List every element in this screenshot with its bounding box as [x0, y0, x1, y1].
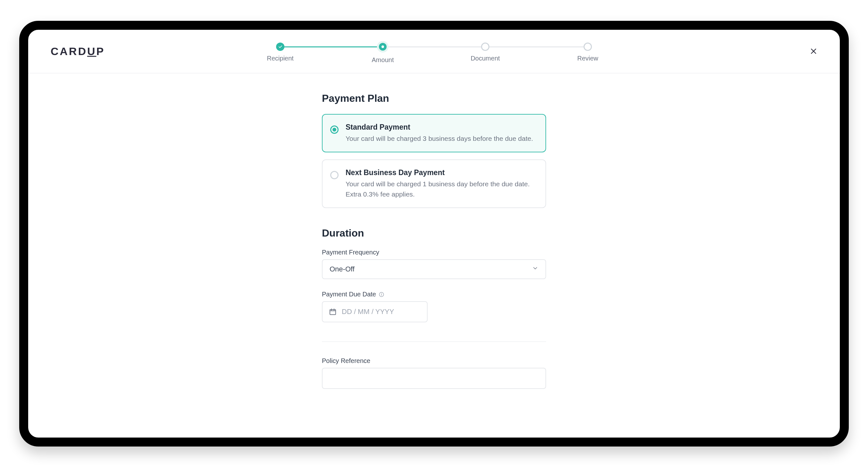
check-icon	[278, 44, 282, 49]
step-document[interactable]: Document	[434, 42, 536, 62]
plan-next-business-day-card[interactable]: Next Business Day Payment Your card will…	[322, 159, 546, 208]
step-connector	[485, 46, 585, 47]
frequency-label: Payment Frequency	[322, 249, 546, 256]
close-button[interactable]	[806, 44, 820, 58]
section-title-payment-plan: Payment Plan	[322, 93, 546, 104]
svg-rect-3	[330, 309, 336, 314]
field-label-text: Payment Due Date	[322, 291, 376, 298]
step-review[interactable]: Review	[536, 42, 639, 62]
plan-standard-card[interactable]: Standard Payment Your card will be charg…	[322, 114, 546, 153]
due-date-placeholder: DD / MM / YYYY	[342, 308, 394, 316]
calendar-icon	[329, 308, 337, 315]
plan-title: Standard Payment	[346, 123, 533, 132]
info-icon[interactable]	[379, 292, 384, 297]
plan-title: Next Business Day Payment	[346, 168, 538, 177]
field-label-text: Payment Frequency	[322, 249, 379, 256]
due-date-input[interactable]: DD / MM / YYYY	[322, 301, 428, 322]
policy-reference-label: Policy Reference	[322, 357, 546, 365]
due-date-label: Payment Due Date	[322, 291, 546, 298]
step-connector	[383, 46, 482, 47]
wizard-stepper: Recipient Amount Document	[229, 39, 639, 64]
frequency-value: One-Off	[330, 265, 354, 273]
field-label-text: Policy Reference	[322, 357, 370, 365]
frequency-select[interactable]: One-Off	[322, 259, 546, 279]
step-label: Review	[577, 55, 598, 62]
step-label: Recipient	[267, 55, 293, 62]
step-connector	[280, 46, 379, 47]
chevron-down-icon	[532, 265, 538, 273]
step-label: Document	[470, 55, 500, 62]
header: CARDUP Recipient	[28, 30, 840, 73]
step-amount[interactable]: Amount	[332, 42, 434, 64]
step-label: Amount	[372, 56, 394, 64]
brand-logo: CARDUP	[51, 45, 105, 58]
section-divider	[322, 341, 546, 342]
plan-description: Your card will be charged 1 business day…	[346, 179, 538, 199]
close-icon	[809, 47, 818, 56]
policy-reference-input[interactable]	[322, 368, 546, 389]
plan-description: Your card will be charged 3 business day…	[346, 133, 533, 144]
step-recipient[interactable]: Recipient	[229, 42, 332, 62]
svg-point-2	[381, 293, 382, 294]
radio-unselected-icon	[330, 171, 339, 179]
section-title-duration: Duration	[322, 227, 546, 239]
radio-selected-icon	[330, 126, 339, 134]
